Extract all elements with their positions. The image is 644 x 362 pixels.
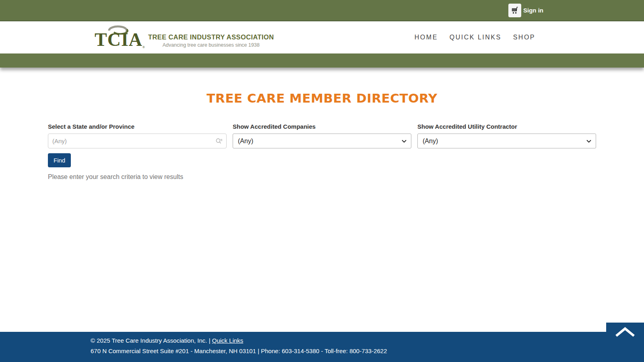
- main-content: TREE CARE MEMBER DIRECTORY Select a Stat…: [0, 68, 644, 181]
- accredited-companies-select[interactable]: (Any): [233, 134, 411, 148]
- accredited-utility-filter: Show Accredited Utility Contractor (Any): [417, 123, 596, 148]
- site-header: TCIA® TREE CARE INDUSTRY ASSOCIATION Adv…: [0, 21, 644, 53]
- logo-tagline: Advancing tree care businesses since 193…: [148, 42, 274, 48]
- footer-quick-links-link[interactable]: Quick Links: [212, 337, 244, 344]
- copyright-text: © 2025 Tree Care Industry Association, I…: [91, 337, 211, 344]
- find-button[interactable]: Find: [48, 153, 71, 167]
- logo-acronym: TCIA: [95, 29, 142, 50]
- status-message: Please enter your search criteria to vie…: [48, 173, 596, 181]
- main-nav: HOME QUICK LINKS SHOP: [415, 34, 535, 41]
- topbar: Sign in: [0, 0, 644, 21]
- logo-text: TREE CARE INDUSTRY ASSOCIATION Advancing…: [148, 27, 274, 48]
- footer: © 2025 Tree Care Industry Association, I…: [0, 332, 644, 362]
- accredited-companies-label: Show Accredited Companies: [233, 123, 411, 130]
- chevron-up-icon: [615, 326, 636, 337]
- state-filter-input[interactable]: [48, 134, 227, 148]
- logo-trademark: ®: [142, 45, 145, 49]
- sign-in-link[interactable]: Sign in: [523, 7, 543, 14]
- nav-home[interactable]: HOME: [415, 34, 438, 41]
- topbar-inner: Sign in: [91, 0, 553, 21]
- cart-icon: [510, 6, 519, 15]
- nav-shop[interactable]: SHOP: [513, 34, 535, 41]
- state-filter-label: Select a State and/or Province: [48, 123, 227, 130]
- footer-copyright-line: © 2025 Tree Care Industry Association, I…: [91, 335, 553, 346]
- green-banner: [0, 53, 644, 68]
- nav-quick-links[interactable]: QUICK LINKS: [450, 34, 502, 41]
- logo-name: TREE CARE INDUSTRY ASSOCIATION: [148, 33, 274, 41]
- tcia-logo[interactable]: TCIA® TREE CARE INDUSTRY ASSOCIATION Adv…: [95, 26, 274, 49]
- accredited-companies-filter: Show Accredited Companies (Any): [233, 123, 411, 148]
- cart-button[interactable]: [508, 4, 521, 17]
- footer-address: 670 N Commercial Street Suite #201 - Man…: [91, 346, 553, 356]
- filter-row: Select a State and/or Province Show Accr…: [48, 123, 596, 148]
- actions-row: Find Please enter your search criteria t…: [48, 148, 596, 181]
- accredited-utility-label: Show Accredited Utility Contractor: [417, 123, 596, 130]
- page-title: TREE CARE MEMBER DIRECTORY: [0, 91, 644, 105]
- state-filter: Select a State and/or Province: [48, 123, 227, 148]
- logo-mark: TCIA®: [95, 26, 145, 49]
- accredited-utility-select[interactable]: (Any): [417, 134, 596, 148]
- scroll-to-top-button[interactable]: [606, 323, 644, 362]
- search-filter-icon: [215, 137, 223, 145]
